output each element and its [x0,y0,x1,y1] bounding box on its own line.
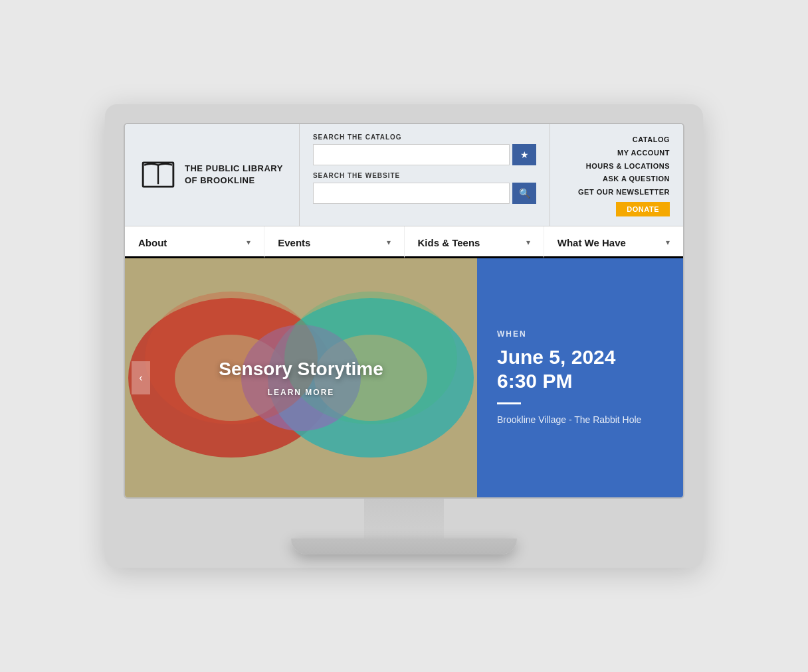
svg-point-7 [284,292,457,424]
hero-event-date: June 5, 2024 6:30 PM [497,345,663,393]
top-links-area: CATALOG MY ACCOUNT HOURS & LOCATIONS ASK… [550,124,683,226]
nav-label-events: Events [278,237,310,248]
catalog-search-button[interactable]: ★ [512,144,536,165]
catalog-link[interactable]: CATALOG [566,133,670,147]
website-search-input[interactable] [313,183,510,204]
nav-label-about: About [138,237,167,248]
nav-label-kids-teens: Kids & Teens [418,237,480,248]
hero-visual: ‹ Sensory Storytime LEARN MORE [125,258,477,497]
ask-question-link[interactable]: ASK A QUESTION [566,173,670,186]
newsletter-link[interactable]: GET OUR NEWSLETTER [566,186,670,199]
monitor-neck [364,499,444,539]
nav-item-about[interactable]: About ▾ [125,226,264,258]
nav-item-events[interactable]: Events ▾ [264,226,404,258]
chevron-down-icon: ▾ [387,238,391,247]
search-area: SEARCH THE CATALOG ★ SEARCH THE WEBSITE … [299,124,550,226]
website-search-button[interactable]: 🔍 [512,183,536,204]
monitor-base [291,539,517,554]
nav-item-kids-teens[interactable]: Kids & Teens ▾ [405,226,544,258]
hero-when-label: WHEN [497,329,663,339]
logo-text: THE PUBLIC LIBRARY OF BROOKLINE [185,163,283,187]
hero-event-info: WHEN June 5, 2024 6:30 PM Brookline Vill… [477,258,683,497]
hero-text-overlay: Sensory Storytime LEARN MORE [219,359,383,397]
logo-area[interactable]: THE PUBLIC LIBRARY OF BROOKLINE [125,124,299,226]
website-search-label: SEARCH THE WEBSITE [313,172,536,179]
library-logo-icon [141,161,175,188]
hero-divider [497,402,521,404]
website-search-row: 🔍 [313,183,536,204]
slide-prev-arrow[interactable]: ‹ [132,361,150,394]
chevron-down-icon: ▾ [526,238,530,247]
catalog-search-input[interactable] [313,144,510,165]
hero-section: ‹ Sensory Storytime LEARN MORE WHEN June… [125,258,683,497]
hours-locations-link[interactable]: HOURS & LOCATIONS [566,160,670,173]
catalog-search-label: SEARCH THE CATALOG [313,133,536,141]
donate-button[interactable]: DONATE [616,202,670,216]
hero-learn-more-link[interactable]: LEARN MORE [219,388,383,397]
hero-event-title: Sensory Storytime [219,359,383,380]
my-account-link[interactable]: MY ACCOUNT [566,147,670,160]
chevron-down-icon: ▾ [247,238,251,247]
main-navigation: About ▾ Events ▾ Kids & Teens ▾ What We … [125,226,683,258]
catalog-search-row: ★ [313,144,536,165]
site-header: THE PUBLIC LIBRARY OF BROOKLINE SEARCH T… [125,124,683,226]
nav-item-what-we-have[interactable]: What We Have ▾ [544,226,683,258]
hero-event-location: Brookline Village - The Rabbit Hole [497,414,663,427]
nav-label-what-we-have: What We Have [557,237,626,248]
chevron-down-icon: ▾ [666,238,670,247]
